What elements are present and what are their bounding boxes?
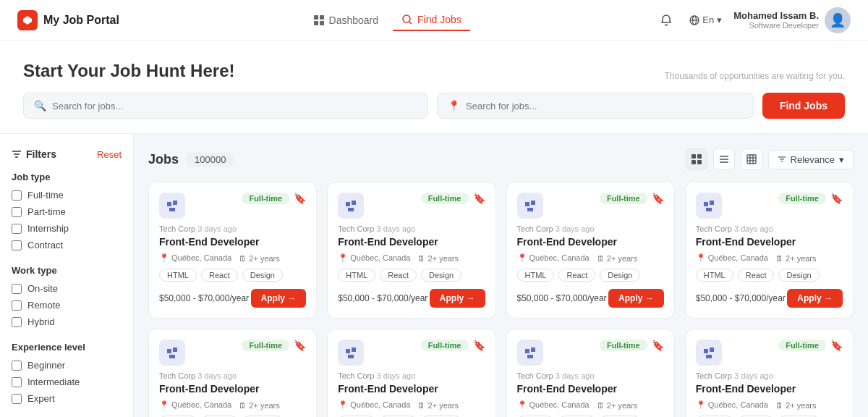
card-badge-wrap: Full-time 🔖	[778, 193, 843, 204]
tags: HTMLReactDesign	[159, 269, 306, 282]
location: 📍 Québec, Canada	[517, 400, 590, 410]
experience: 🗓 2+ years	[239, 254, 280, 263]
view-controls: Relevance ▾	[686, 148, 854, 170]
filter-hybrid[interactable]: Hybrid	[12, 316, 122, 327]
filter-internship[interactable]: Internship	[12, 223, 122, 234]
company-logo	[696, 340, 722, 366]
apply-button[interactable]: Apply →	[251, 289, 307, 308]
job-type-badge: Full-time	[242, 340, 289, 351]
apply-button[interactable]: Apply →	[430, 289, 485, 308]
user-info: Mohamed Issam B. Software Developer 👤	[733, 7, 851, 33]
filter-intermediate[interactable]: Intermediate	[12, 376, 122, 387]
card-time-ago: 3 days ago	[197, 224, 237, 233]
card-badge-wrap: Full-time 🔖	[421, 193, 485, 204]
svg-rect-16	[697, 160, 702, 164]
language-selector[interactable]: En ▾	[689, 14, 722, 25]
find-jobs-button[interactable]: Find Jobs	[762, 93, 845, 119]
job-title: Front-End Developer	[696, 383, 843, 395]
location-search-input[interactable]	[466, 101, 743, 111]
apply-button[interactable]: Apply →	[608, 289, 664, 308]
filter-onsite[interactable]: On-site	[12, 283, 122, 294]
job-type-title: Job type	[12, 172, 122, 182]
jobs-grid: Full-time 🔖 Tech Corp 3 days ago Front-E…	[148, 182, 854, 417]
bookmark-icon[interactable]: 🔖	[652, 193, 664, 204]
job-card[interactable]: Full-time 🔖 Tech Corp 3 days ago Front-E…	[327, 329, 495, 417]
filter-fulltime[interactable]: Full-time	[12, 190, 122, 201]
tags: HTMLReactDesign	[517, 269, 664, 282]
reset-button[interactable]: Reset	[97, 149, 122, 160]
card-top: Full-time 🔖	[696, 193, 843, 219]
location: 📍 Québec, Canada	[696, 253, 768, 263]
salary: $50,000 - $70,000/year	[159, 293, 249, 303]
avatar[interactable]: 👤	[825, 7, 851, 33]
grid-view-button[interactable]	[686, 148, 707, 170]
list-view-button[interactable]	[713, 148, 735, 170]
company-logo	[517, 340, 543, 366]
job-card[interactable]: Full-time 🔖 Tech Corp 3 days ago Front-E…	[327, 182, 495, 319]
company-logo	[696, 193, 722, 219]
nav-dashboard[interactable]: Dashboard	[305, 10, 388, 30]
job-card[interactable]: Full-time 🔖 Tech Corp 3 days ago Front-E…	[148, 182, 317, 319]
job-title: Front-End Developer	[338, 383, 485, 395]
header-right: En ▾ Mohamed Issam B. Software Developer…	[655, 7, 851, 33]
location-icon: 📍	[448, 100, 460, 111]
logo[interactable]: My Job Portal	[17, 10, 119, 30]
card-top: Full-time 🔖	[338, 193, 485, 219]
location: 📍 Québec, Canada	[517, 253, 590, 263]
filter-contract[interactable]: Contract	[12, 240, 122, 250]
tag: Design	[242, 269, 283, 282]
filter-remote[interactable]: Remote	[12, 300, 122, 311]
job-type-filter: Job type Full-time Part-time Internship …	[12, 172, 122, 250]
svg-rect-2	[320, 15, 324, 20]
card-top: Full-time 🔖	[159, 340, 306, 366]
card-badge-wrap: Full-time 🔖	[421, 340, 485, 351]
location: 📍 Québec, Canada	[338, 400, 410, 410]
job-card[interactable]: Full-time 🔖 Tech Corp 3 days ago Front-E…	[506, 329, 675, 417]
svg-marker-0	[23, 16, 32, 25]
notification-icon[interactable]	[655, 9, 678, 32]
main-nav: Dashboard Find Jobs	[305, 9, 470, 31]
bookmark-icon[interactable]: 🔖	[830, 340, 843, 351]
card-time-ago: 3 days ago	[734, 371, 773, 380]
filter-beginner[interactable]: Beginner	[12, 360, 122, 371]
card-badge-wrap: Full-time 🔖	[600, 340, 664, 351]
job-card[interactable]: Full-time 🔖 Tech Corp 3 days ago Front-E…	[685, 329, 854, 417]
hero-subtitle: Thousands of opportunities are waiting f…	[665, 71, 845, 81]
job-card[interactable]: Full-time 🔖 Tech Corp 3 days ago Front-E…	[148, 329, 317, 417]
job-title: Front-End Developer	[517, 383, 664, 395]
svg-rect-20	[747, 155, 756, 164]
location-search-box[interactable]: 📍	[437, 93, 754, 119]
job-search-box[interactable]: 🔍	[23, 93, 428, 119]
card-bottom: $50,000 - $70,000/year Apply →	[696, 289, 843, 308]
job-card[interactable]: Full-time 🔖 Tech Corp 3 days ago Front-E…	[506, 182, 675, 319]
card-company: Tech Corp 3 days ago	[159, 371, 306, 380]
table-view-button[interactable]	[741, 148, 762, 170]
location: 📍 Québec, Canada	[696, 400, 768, 410]
nav-find-jobs[interactable]: Find Jobs	[393, 9, 470, 31]
sidebar-header: Filters Reset	[12, 148, 122, 160]
job-search-input[interactable]	[52, 101, 417, 111]
jobs-count-badge: 100000	[186, 153, 234, 167]
bookmark-icon[interactable]: 🔖	[830, 193, 843, 204]
job-card[interactable]: Full-time 🔖 Tech Corp 3 days ago Front-E…	[685, 182, 854, 319]
bookmark-icon[interactable]: 🔖	[294, 193, 306, 204]
jobs-header: Jobs 100000 Relevance ▾	[148, 148, 854, 170]
work-type-title: Work type	[12, 265, 122, 276]
bookmark-icon[interactable]: 🔖	[473, 340, 485, 351]
filter-expert[interactable]: Expert	[12, 393, 122, 404]
tag: React	[380, 269, 417, 282]
bookmark-icon[interactable]: 🔖	[473, 193, 485, 204]
salary: $50,000 - $70,000/year	[338, 293, 427, 303]
hero-section: Start Your Job Hunt Here! Thousands of o…	[0, 41, 868, 134]
filter-parttime[interactable]: Part-time	[12, 206, 122, 217]
user-role: Software Developer	[733, 21, 819, 30]
card-badge-wrap: Full-time 🔖	[242, 340, 306, 351]
bookmark-icon[interactable]: 🔖	[652, 340, 664, 351]
sort-dropdown[interactable]: Relevance ▾	[768, 150, 854, 169]
svg-rect-13	[692, 154, 696, 159]
apply-button[interactable]: Apply →	[787, 289, 843, 308]
tag: HTML	[159, 269, 197, 282]
jobs-title-row: Jobs 100000	[148, 152, 234, 167]
bookmark-icon[interactable]: 🔖	[294, 340, 306, 351]
tag: React	[558, 269, 595, 282]
